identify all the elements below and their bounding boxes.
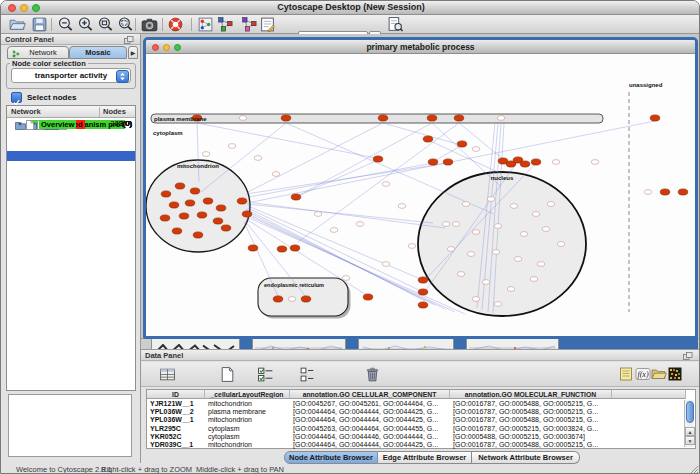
- tree-row[interactable]: cellular metabol209(0): [7, 204, 135, 215]
- table-header-cell[interactable]: ID: [147, 390, 205, 399]
- tree-column-network[interactable]: Network: [11, 107, 41, 116]
- zoom-fit-icon[interactable]: [97, 16, 114, 33]
- tree-row[interactable]: response to stimulu264(0): [7, 225, 135, 236]
- tree-row[interactable]: multi-organism pro42(0): [7, 267, 135, 278]
- scroll-down-button[interactable]: ▼: [685, 436, 695, 445]
- node-color-dropdown[interactable]: transporter activity: [11, 68, 131, 83]
- tab-node-attribute-browser[interactable]: Node Attribute Browser: [284, 451, 378, 464]
- table-cell[interactable]: [GO:0044464, GO:0044444, GO:0044425, G..…: [290, 416, 450, 424]
- help-lifesaver-icon[interactable]: [167, 16, 184, 33]
- tab-overflow-button[interactable]: ▶: [128, 46, 138, 59]
- tree-row[interactable]: secretion41(0): [7, 257, 135, 268]
- background-window-edge[interactable]: [559, 338, 698, 349]
- table-cell[interactable]: [GO:0044464, GO:0044444, GO:0044425, G..…: [290, 408, 450, 416]
- notepad-icon[interactable]: [618, 366, 634, 382]
- table-cell[interactable]: [GO:0005488, GO:0005215, GO:0003674]: [450, 433, 612, 441]
- zoom-out-icon[interactable]: [57, 16, 74, 33]
- background-window-edge[interactable]: [240, 338, 252, 349]
- tree-row[interactable]: Overview8(0): [7, 289, 135, 300]
- tree-row[interactable]: ▼biological_process651(0): [7, 130, 135, 141]
- table-cell[interactable]: [GO:0016787, GO:0005488, GO:0005215, G..…: [450, 441, 612, 449]
- table-cell[interactable]: [GO:0016787, GO:0005488, GO:0005215, G..…: [450, 400, 612, 408]
- background-window-edge[interactable]: [454, 338, 466, 349]
- background-window-edge[interactable]: [346, 338, 358, 349]
- table-cell[interactable]: [GO:0045267, GO:0045261, GO:0044464, G..…: [290, 400, 450, 408]
- float-panel-icon[interactable]: [683, 352, 693, 360]
- table-cell[interactable]: [GO:0044464, GO:0044444, GO:0044425, G..…: [290, 441, 450, 449]
- zoom-selected-icon[interactable]: [117, 16, 134, 33]
- background-window-sketch[interactable]: [151, 338, 240, 349]
- table-cell[interactable]: mitochondrion: [205, 400, 290, 408]
- background-window-preview[interactable]: [466, 338, 559, 349]
- table-cell[interactable]: cytoplasm: [205, 425, 290, 433]
- table-header-cell[interactable]: annotation.GO MOLECULAR_FUNCTION: [450, 390, 612, 399]
- tree-row[interactable]: ▼establishment of lo558(0): [7, 236, 135, 247]
- import-folder-icon[interactable]: [651, 366, 667, 382]
- table-cell[interactable]: [GO:0045263, GO:0044464, GO:0044455, G..…: [290, 425, 450, 433]
- background-window-preview[interactable]: [252, 338, 346, 349]
- svg-text:cytoplasm: cytoplasm: [153, 130, 183, 136]
- vizmapper-2-icon[interactable]: [241, 16, 258, 33]
- table-cell[interactable]: YKR052C: [147, 433, 205, 441]
- tree-row[interactable]: ▼metabolic process280(0): [7, 140, 135, 151]
- tree-row[interactable]: ▼cellular process614(0): [7, 193, 135, 204]
- table-cell[interactable]: [GO:0016787, GO:0005488, GO:0005215, G..…: [450, 416, 612, 424]
- table-cell[interactable]: YJR121W__1: [147, 400, 205, 408]
- table-scrollbar[interactable]: ▲ ▼: [684, 400, 694, 447]
- network-graph[interactable]: plasma membranecytoplasmmitochondrionnuc…: [146, 54, 695, 336]
- table-header-cell[interactable]: annotation.GO CELLULAR_COMPONENT: [290, 390, 450, 399]
- tab-network-attribute-browser[interactable]: Network Attribute Browser: [472, 451, 580, 464]
- network-overview-icon[interactable]: [197, 16, 214, 33]
- table-cell[interactable]: mitochondrion: [205, 416, 290, 424]
- network-window-titlebar[interactable]: primary metabolic process: [146, 40, 695, 54]
- table-cell[interactable]: YLR295C: [147, 425, 205, 433]
- table-header-cell[interactable]: _cellularLayoutRegion: [205, 390, 290, 399]
- vizmapper-1-icon[interactable]: [217, 16, 234, 33]
- table-cell[interactable]: YPL036W__1: [147, 416, 205, 424]
- scrollbar-thumb[interactable]: [686, 401, 694, 423]
- table-cell[interactable]: mitochondrion: [205, 441, 290, 449]
- table-cell[interactable]: [GO:0044464, GO:0044446, GO:0044444, G..…: [290, 433, 450, 441]
- tree-row[interactable]: nitrogen compo209(0): [7, 172, 135, 183]
- zoom-in-icon[interactable]: [77, 16, 94, 33]
- network-overview-panel[interactable]: [8, 394, 132, 457]
- window-titlebar[interactable]: Cytoscape Desktop (New Session): [1, 1, 700, 15]
- table-cell[interactable]: cytoplasm: [205, 433, 290, 441]
- network-canvas[interactable]: plasma membranecytoplasmmitochondrionnuc…: [146, 54, 695, 336]
- document-search-icon[interactable]: [387, 16, 404, 33]
- table-cell[interactable]: YDR039C__1: [147, 441, 205, 449]
- table-grid-icon[interactable]: [159, 366, 176, 383]
- tree-row[interactable]: macromolecule311(0): [7, 183, 135, 194]
- network-view-window[interactable]: primary metabolic process plasma membran…: [143, 37, 698, 339]
- resize-grip-icon[interactable]: [690, 465, 699, 474]
- column-divider[interactable]: [99, 107, 100, 117]
- new-attribute-icon[interactable]: [219, 366, 236, 383]
- matrix-view-icon[interactable]: [667, 366, 683, 382]
- snapshot-camera-icon[interactable]: [141, 16, 158, 33]
- tab-network[interactable]: Network: [7, 46, 69, 59]
- background-window-preview[interactable]: [358, 338, 454, 349]
- list-options-icon[interactable]: [299, 366, 316, 383]
- table-cell[interactable]: [GO:0016787, GO:0005488, GO:0005215, G..…: [450, 408, 612, 416]
- formula-fx-icon[interactable]: f(x): [635, 366, 651, 382]
- tree-row[interactable]: unassigned223(0): [7, 278, 135, 289]
- tree-row[interactable]: cell communicat22(0): [7, 214, 135, 225]
- table-cell[interactable]: plasma membrane: [205, 408, 290, 416]
- table-cell[interactable]: [GO:0016787, GO:0005215, GO:0003824, G..…: [450, 425, 612, 433]
- table-cell[interactable]: YPL036W__2: [147, 408, 205, 416]
- float-panel-icon[interactable]: [124, 36, 134, 44]
- table-header-cell[interactable]: [612, 390, 686, 399]
- tab-edge-attribute-browser[interactable]: Edge Attribute Browser: [378, 451, 472, 464]
- select-attributes-icon[interactable]: [257, 366, 274, 383]
- tree-column-nodes[interactable]: Nodes: [103, 107, 126, 116]
- tree-row[interactable]: nucleobase-209(0): [7, 161, 135, 172]
- save-icon[interactable]: [31, 16, 48, 33]
- open-icon[interactable]: [9, 16, 26, 33]
- select-nodes-checkbox[interactable]: [11, 92, 22, 103]
- scroll-up-button[interactable]: ▲: [685, 427, 695, 436]
- tree-row[interactable]: ▼transport558(0): [7, 246, 135, 257]
- delete-attribute-icon[interactable]: [364, 366, 381, 383]
- tree-row[interactable]: ▼primary metabo209(...: [7, 151, 135, 162]
- tab-mosaic[interactable]: Mosaic: [69, 46, 127, 59]
- annotation-icon[interactable]: [259, 16, 276, 33]
